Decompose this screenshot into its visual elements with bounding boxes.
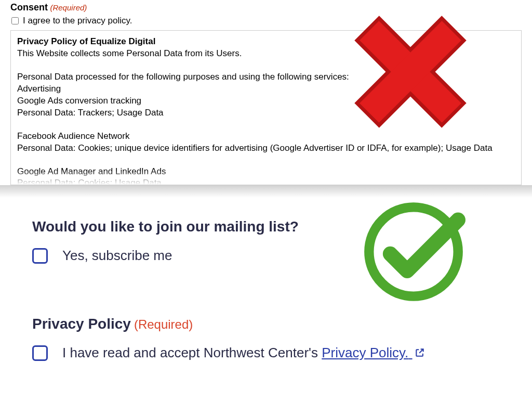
- policy-section-heading: Advertising: [17, 83, 515, 95]
- privacy-policy-link[interactable]: Privacy Policy.: [322, 345, 424, 360]
- section-divider: [0, 185, 532, 198]
- privacy-accept-label: I have read and accept Northwest Center'…: [62, 345, 425, 361]
- policy-purposes-intro: Personal Data processed for the followin…: [17, 71, 515, 83]
- policy-title: Privacy Policy of Equalize Digital: [17, 36, 515, 48]
- consent-required-label: (Required): [50, 3, 87, 12]
- policy-section-line: Personal Data: Trackers; Usage Data: [17, 107, 515, 119]
- consent-agree-checkbox[interactable]: [11, 17, 19, 24]
- subscribe-checkbox[interactable]: [32, 248, 48, 264]
- policy-section-line: Google Ads conversion tracking: [17, 95, 515, 107]
- policy-section-heading: Facebook Audience Network: [17, 131, 515, 143]
- subscribe-label: Yes, subscribe me: [62, 248, 172, 264]
- policy-intro: This Website collects some Personal Data…: [17, 48, 515, 60]
- consent-agree-label: I agree to the privacy policy.: [23, 16, 132, 26]
- privacy-policy-scrollbox[interactable]: Privacy Policy of Equalize Digital This …: [10, 30, 522, 185]
- privacy-accept-checkbox[interactable]: [32, 345, 48, 361]
- privacy-policy-heading: Privacy Policy: [32, 316, 131, 332]
- consent-heading: Consent: [10, 2, 48, 12]
- privacy-required-label: (Required): [134, 317, 193, 331]
- mailing-list-heading: Would you like to join our mailing list?: [32, 218, 500, 235]
- policy-section-line: Personal Data: Cookies; unique device id…: [17, 143, 515, 154]
- external-link-icon: [415, 347, 425, 358]
